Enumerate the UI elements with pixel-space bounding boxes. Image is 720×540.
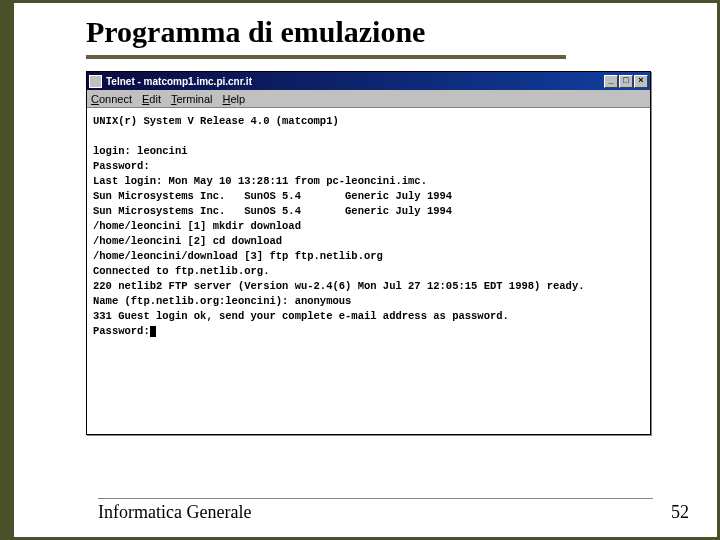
menu-terminal[interactable]: Terminal [171,93,213,105]
footer: Informatica Generale 52 [98,502,689,523]
slide: Programma di emulazione Telnet - matcomp… [0,0,720,540]
menu-help[interactable]: Help [223,93,246,105]
cursor-icon [150,326,156,337]
menu-edit[interactable]: Edit [142,93,161,105]
footer-divider [98,498,653,499]
window-title: Telnet - matcomp1.imc.pi.cnr.it [106,76,252,87]
terminal-output[interactable]: UNIX(r) System V Release 4.0 (matcomp1) … [87,108,650,434]
titlebar: Telnet - matcomp1.imc.pi.cnr.it _ □ × [87,72,650,90]
close-button[interactable]: × [634,75,648,88]
maximize-button[interactable]: □ [619,75,633,88]
title-underline [86,55,566,59]
telnet-window: Telnet - matcomp1.imc.pi.cnr.it _ □ × Co… [86,71,651,435]
minimize-button[interactable]: _ [604,75,618,88]
page-number: 52 [671,502,689,523]
menubar: Connect Edit Terminal Help [87,90,650,108]
footer-left: Informatica Generale [98,502,251,523]
menu-connect[interactable]: Connect [91,93,132,105]
slide-title: Programma di emulazione [86,15,699,49]
app-icon [89,75,102,88]
